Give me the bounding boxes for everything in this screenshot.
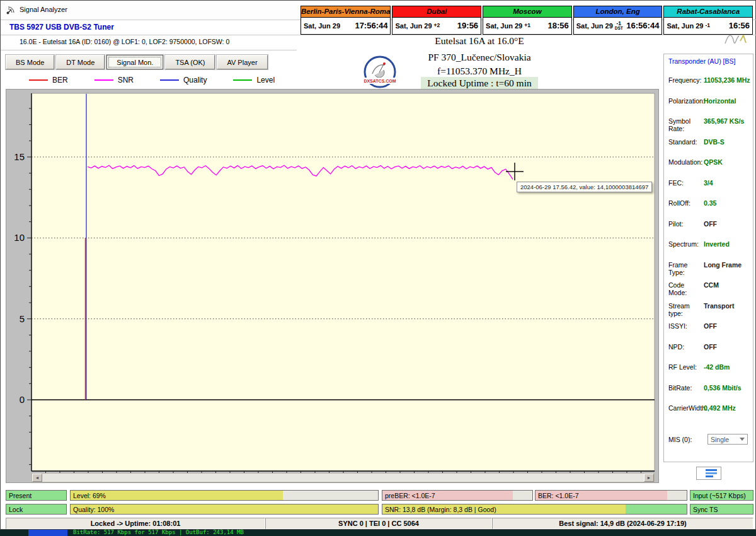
export-icon [706, 469, 718, 477]
status-row-1: PresentLevel: 69%preBER: <1.0E-7BER: <1.… [1, 490, 756, 501]
tab-tsa-ok[interactable]: TSA (OK) [165, 55, 215, 69]
scrollbar-left-arrow-icon[interactable]: ◄ [32, 474, 42, 482]
tp-value: 3/4 [704, 179, 713, 187]
clock-rabat-casablanca: Rabat-CasablancaSat, Jun 29-116:56 [663, 6, 753, 35]
clock-time: Sat, Jun 2917:56:44 [301, 18, 390, 33]
transponder-title: Transponder (AU) [BS] [668, 57, 735, 65]
utc-offset: -1 [705, 23, 710, 28]
logo-text: DXSATCS.COM [364, 79, 396, 83]
tp-row-fec: FEC:3/4 [668, 177, 751, 198]
status-row-2: LockQuality: 100%SNR: 13,8 dB (Margin: 8… [1, 504, 756, 515]
clock-city-label: Moscow [483, 6, 571, 18]
chart-tooltip: 2024-06-29 17.56.42, value: 14,100000381… [517, 182, 652, 192]
tp-label: Symbol Rate: [668, 117, 704, 132]
utc-offset: +2 [434, 23, 440, 28]
clock-city-label: Rabat-Casablanca [664, 6, 752, 18]
clock-moscow: MoscowSat, Jun 29+118:56 [483, 6, 572, 35]
tp-row-spectrum: Spectrum:Inverted [668, 238, 751, 259]
legend-line-icon [29, 79, 48, 81]
window-title: Signal Analyzer [20, 6, 67, 13]
tp-value: CCM [704, 281, 719, 289]
tab-signal-mon[interactable]: Signal Mon. [106, 55, 163, 69]
clock-london-eng: London, EngSat, Jun 29-1DST16:56:44 [573, 6, 663, 35]
tp-label: Frequency: [668, 76, 704, 84]
clock-berlin-paris-vienna-roma: Berlin-Paris-Vienna-RomaSat, Jun 2917:56… [301, 6, 391, 35]
legend-line-icon [94, 79, 113, 81]
tp-value: Horizontal [704, 97, 736, 105]
tp-label: Modulation: [668, 158, 704, 166]
tp-value: Inverted [704, 240, 730, 248]
footer-lock-uptime: Locked -> Uptime: 01:08:01 [6, 518, 265, 529]
legend-label: SNR [118, 76, 134, 84]
tp-label: NPD: [668, 343, 704, 351]
svg-text:15: 15 [14, 151, 25, 162]
tp-label: ISSYI: [668, 322, 704, 330]
status-lock: Lock [6, 504, 67, 515]
mis-dropdown[interactable]: Single [707, 434, 748, 445]
status-preber: preBER: <1.0E-7 [382, 490, 533, 501]
dxsatcs-logo: DXSATCS.COM [362, 55, 398, 94]
footer-best-signal: Best signal: 14,9 dB (2024-06-29 17:19) [492, 518, 753, 529]
svg-text:0: 0 [20, 394, 25, 405]
chart-plot[interactable]: 051015 [6, 90, 658, 482]
status-level: Level: 69% [70, 490, 379, 501]
tp-row-frequency: Frequency:11053,236 MHz [668, 74, 751, 95]
signal-analyzer-window: Signal Analyzer Berlin-Paris-Vienna-Roma… [0, 0, 756, 530]
chart-scrollbar[interactable]: ◄ ► [32, 473, 655, 482]
status-ber: BER: <1.0E-7 [535, 490, 687, 501]
footer-sync-counters: SYNC 0 | TEI 0 | CC 5064 [265, 518, 492, 529]
tp-label: Frame Type: [668, 261, 704, 276]
clock-city-label: Dubai [392, 6, 481, 18]
tp-value: 0,536 Mbit/s [704, 384, 742, 392]
tp-row-pilot: Pilot:OFF [668, 218, 751, 239]
tp-value: 0,492 MHz [704, 404, 736, 412]
export-button[interactable] [696, 467, 721, 480]
legend-quality: Quality [160, 76, 207, 84]
tab-bs-mode[interactable]: BS Mode [6, 55, 54, 69]
utc-offset: -1DST [615, 21, 623, 30]
tp-label: Spectrum: [668, 240, 704, 248]
tp-label: BitRate: [668, 384, 704, 392]
legend-ber: BER [29, 76, 68, 84]
tp-row-modulation: Modulation:QPSK [668, 156, 751, 177]
mis-value: Single [711, 436, 740, 443]
tp-label: Standard: [668, 138, 704, 146]
scrollbar-track[interactable] [42, 474, 644, 482]
tp-value: 11053,236 MHz [704, 76, 750, 84]
tp-row-standard: Standard:DVB-S [668, 136, 751, 157]
tp-value: 365,967 KS/s [704, 117, 744, 125]
tp-value: Long Frame [704, 261, 742, 269]
background-window-strip: BitRate: 517 Kbps for 517 Kbps | OutBuf:… [0, 530, 756, 536]
tp-row-code-mode: Code Mode:CCM [668, 279, 751, 300]
background-taskbar-item [28, 530, 67, 536]
chart-legend: BERSNRQualityLevel [29, 75, 301, 85]
status-snr: SNR: 13,8 dB (Margin: 8,3 dB | Good) [382, 504, 687, 515]
status-quality: Quality: 100% [70, 504, 379, 515]
tab-av-player[interactable]: AV Player [217, 55, 267, 69]
legend-snr: SNR [94, 76, 134, 84]
tp-label: RollOff: [668, 199, 704, 207]
scrollbar-right-arrow-icon[interactable]: ► [644, 474, 654, 482]
legend-line-icon [233, 79, 252, 81]
mode-tabs: BS ModeDT ModeSignal Mon.TSA (OK)AV Play… [6, 55, 268, 69]
legend-level: Level [233, 76, 275, 84]
chevron-down-icon [740, 438, 745, 441]
background-strip-text: BitRate: 517 Kbps for 517 Kbps | OutBuf:… [73, 530, 244, 535]
clock-dubai: DubaiSat, Jun 29+219:56 [392, 6, 481, 35]
tp-value: 0.35 [704, 199, 716, 207]
tp-row-stream-type: Stream type:Transport [668, 300, 751, 321]
tp-value: Transport [704, 302, 734, 310]
tuner-config: 16.0E - Eutelsat 16A (ID: 0160) @ LOF1: … [20, 38, 229, 45]
tp-row-rolloff: RollOff:0.35 [668, 197, 751, 218]
separator [1, 50, 297, 50]
clock-time: Sat, Jun 29-1DST16:56:44 [574, 18, 662, 33]
tab-dt-mode[interactable]: DT Mode [56, 55, 105, 69]
tp-row-frame-type: Frame Type:Long Frame [668, 259, 751, 280]
tp-row-symbol-rate: Symbol Rate:365,967 KS/s [668, 115, 751, 136]
transponder-panel: Transponder (AU) [BS] Frequency:11053,23… [663, 54, 753, 462]
signal-chart[interactable]: 051015 2024-06-29 17.56.42, value: 14,10… [6, 89, 659, 483]
tp-row-npd: NPD:OFF [668, 341, 751, 362]
legend-label: Quality [183, 76, 207, 84]
tooltip-text: 2024-06-29 17.56.42, value: 14,100000381… [520, 184, 648, 190]
tp-label: Stream type: [668, 302, 704, 317]
